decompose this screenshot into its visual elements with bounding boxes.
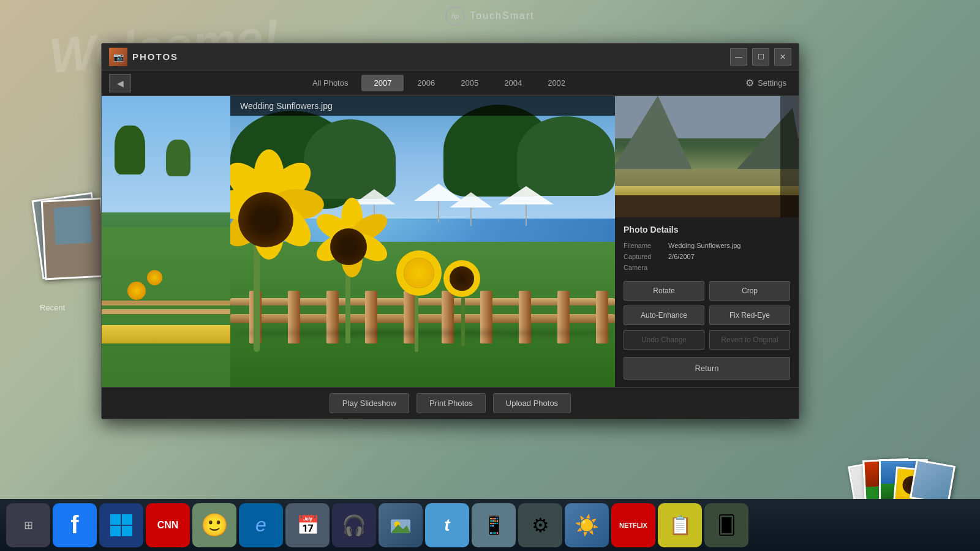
bg-photo-card-2 (41, 197, 107, 280)
undo-change-button[interactable]: Undo Change (624, 330, 704, 350)
auto-enhance-button[interactable]: Auto-Enhance (624, 305, 704, 325)
taskbar-twitter-icon[interactable]: t (425, 503, 469, 547)
taskbar-weather-icon[interactable]: ☀️ (565, 503, 609, 547)
settings-button[interactable]: ⚙ Settings (741, 75, 791, 91)
details-title: Photo Details (624, 225, 790, 234)
crop-button[interactable]: Crop (709, 281, 790, 301)
taskbar: ⊞ f CNN 🙂 e 📅 🎧 t 📱 ⚙ (0, 499, 980, 551)
bottom-bar: Play Slideshow Print Photos Upload Photo… (102, 387, 799, 419)
tab-2005[interactable]: 2005 (448, 75, 491, 91)
taskbar-facebook-icon[interactable]: f (53, 503, 97, 547)
captured-label: Captured (624, 253, 663, 260)
svg-rect-1 (122, 514, 132, 525)
photo-details-panel: Photo Details Filename Wedding Sunflower… (615, 217, 799, 387)
hp-header: hp TouchSmart (0, 6, 980, 26)
thumbnail-photo (102, 96, 230, 387)
right-panel: Photo Details Filename Wedding Sunflower… (615, 96, 799, 387)
content-area: Wedding Sunflowers.jpg (102, 96, 799, 387)
rotate-button[interactable]: Rotate (624, 281, 704, 301)
minimize-button[interactable]: — (730, 48, 747, 66)
bg-photo-stack: Recent (37, 196, 110, 294)
tab-2002[interactable]: 2002 (535, 75, 578, 91)
action-buttons: Rotate Crop Auto-Enhance Fix Red-Eye Und… (624, 281, 790, 350)
app-title: PHOTOS (132, 51, 730, 62)
taskbar-sticky-icon[interactable]: 📋 (658, 503, 702, 547)
svg-rect-2 (110, 526, 121, 536)
close-button[interactable]: ✕ (774, 48, 791, 66)
taskbar-ie-icon[interactable]: e (239, 503, 283, 547)
nav-bar: ◀ All Photos 2007 2006 2005 2004 2002 ⚙ … (102, 70, 799, 96)
settings-label: Settings (758, 78, 786, 88)
back-button[interactable]: ◀ (109, 74, 131, 92)
filename-value: Wedding Sunflowers.jpg (668, 242, 741, 249)
tab-all-photos[interactable]: All Photos (300, 75, 361, 91)
camera-row: Camera (624, 264, 790, 271)
taskbar-cards-icon[interactable]: 🂠 (704, 503, 748, 547)
taskbar-netflix-icon[interactable]: NETFLIX (611, 503, 655, 547)
fix-red-eye-button[interactable]: Fix Red-Eye (709, 305, 790, 325)
svg-rect-0 (110, 514, 121, 525)
tab-2004[interactable]: 2004 (492, 75, 534, 91)
photo-filename: Wedding Sunflowers.jpg (240, 101, 333, 111)
taskbar-windows-icon[interactable] (99, 503, 143, 547)
taskbar-app-switcher[interactable]: ⊞ (6, 503, 50, 547)
hp-logo: hp (445, 6, 465, 26)
main-photo-panel[interactable]: Wedding Sunflowers.jpg (230, 96, 615, 387)
filename-row: Filename Wedding Sunflowers.jpg (624, 242, 790, 249)
photo-title-bar: Wedding Sunflowers.jpg (230, 96, 615, 116)
play-slideshow-button[interactable]: Play Slideshow (330, 393, 409, 413)
tab-2006[interactable]: 2006 (405, 75, 447, 91)
print-photos-button[interactable]: Print Photos (417, 393, 486, 413)
hp-brand-text: hp (451, 12, 459, 20)
main-photo-display (230, 96, 615, 387)
taskbar-calendar-icon[interactable]: 📅 (285, 503, 330, 547)
camera-label: Camera (624, 264, 663, 271)
taskbar-music-icon[interactable]: 🎧 (332, 503, 376, 547)
tab-2007[interactable]: 2007 (361, 75, 404, 91)
app-window: 📷 PHOTOS — ☐ ✕ ◀ All Photos 2007 2006 20… (101, 43, 799, 419)
taskbar-gear-icon[interactable]: ⚙ (518, 503, 562, 547)
upload-photos-button[interactable]: Upload Photos (493, 393, 571, 413)
maximize-button[interactable]: ☐ (752, 48, 769, 66)
window-controls: — ☐ ✕ (730, 48, 791, 66)
captured-row: Captured 2/6/2007 (624, 253, 790, 260)
app-icon: 📷 (109, 48, 127, 66)
taskbar-tablet-icon[interactable]: 📱 (472, 503, 516, 547)
captured-value: 2/6/2007 (668, 253, 695, 260)
return-button[interactable]: Return (624, 357, 790, 380)
svg-rect-3 (122, 526, 132, 536)
taskbar-face-icon[interactable]: 🙂 (192, 503, 236, 547)
settings-gear-icon: ⚙ (745, 77, 754, 89)
revert-to-original-button[interactable]: Revert to Original (709, 330, 790, 350)
left-thumbnail-panel[interactable] (102, 96, 230, 387)
hp-title-text: TouchSmart (470, 10, 534, 21)
title-bar: 📷 PHOTOS — ☐ ✕ (102, 43, 799, 70)
filename-label: Filename (624, 242, 663, 249)
recent-label: Recent (40, 303, 65, 312)
taskbar-photos-icon[interactable] (379, 503, 423, 547)
taskbar-cnn-icon[interactable]: CNN (146, 503, 190, 547)
yosemite-preview[interactable] (615, 96, 799, 217)
nav-tabs: All Photos 2007 2006 2005 2004 2002 (140, 75, 738, 91)
